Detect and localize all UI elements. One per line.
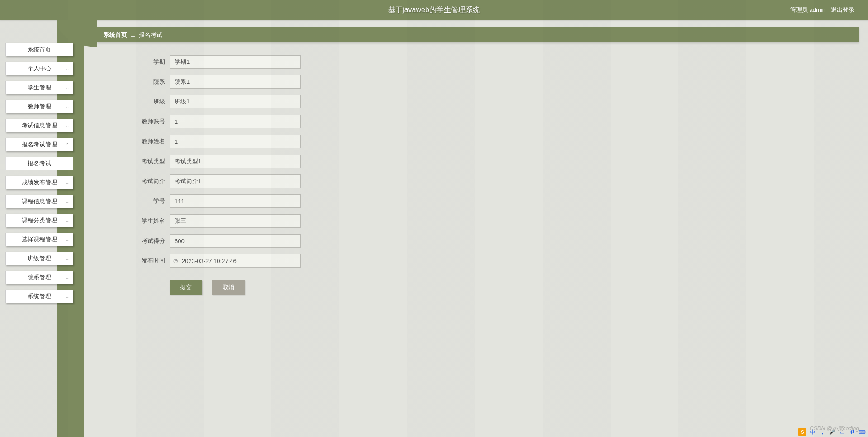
chevron-down-icon: ⌄ xyxy=(66,199,69,204)
sidebar-item-label: 报名考试管理 xyxy=(22,141,57,149)
form-row-teacher-acct: 教师账号 xyxy=(133,115,823,128)
form-row-semester: 学期 xyxy=(133,55,823,69)
sidebar-item-exam-info-mgmt[interactable]: 考试信息管理 ⌄ xyxy=(5,119,73,132)
class-input[interactable] xyxy=(170,95,301,108)
form-row-student-id: 学号 xyxy=(133,194,823,208)
form-area: 学期 院系 班级 教师账号 教师姓名 考试类型 xyxy=(97,42,859,307)
cancel-button[interactable]: 取消 xyxy=(212,280,245,295)
sidebar-item-label: 院系管理 xyxy=(28,273,51,282)
chevron-down-icon: ⌄ xyxy=(66,104,69,109)
chevron-down-icon: ⌄ xyxy=(66,85,69,90)
form-label: 考试得分 xyxy=(133,237,165,245)
student-name-input[interactable] xyxy=(170,214,301,228)
chevron-down-icon: ⌄ xyxy=(66,123,69,128)
sidebar-item-label: 教师管理 xyxy=(28,103,51,111)
sidebar-item-home[interactable]: 系统首页 xyxy=(5,43,73,56)
chevron-down-icon: ⌄ xyxy=(66,218,69,223)
tray-cn-icon[interactable]: 中 xyxy=(808,428,816,436)
exam-type-input[interactable] xyxy=(170,155,301,168)
app-title: 基于javaweb的学生管理系统 xyxy=(388,5,480,15)
form-row-exam-intro: 考试简介 xyxy=(133,174,823,188)
tray-mic-icon[interactable]: 🎤 xyxy=(828,428,836,436)
breadcrumb: 系统首页 ☰ 报名考试 xyxy=(97,27,859,42)
form-row-class: 班级 xyxy=(133,95,823,108)
sidebar-item-exam-register-mgmt[interactable]: 报名考试管理 ⌃ xyxy=(5,138,73,151)
sidebar-item-label: 课程分类管理 xyxy=(22,216,57,225)
sidebar-item-department-mgmt[interactable]: 院系管理 ⌄ xyxy=(5,271,73,284)
form-label: 学期 xyxy=(133,58,165,66)
sidebar-item-label: 系统首页 xyxy=(28,46,51,54)
sidebar-item-label: 学生管理 xyxy=(28,84,51,92)
sidebar-item-system-mgmt[interactable]: 系统管理 ⌄ xyxy=(5,290,73,303)
form-label: 发布时间 xyxy=(133,257,165,265)
chevron-down-icon: ⌄ xyxy=(66,294,69,299)
ime-tray: S 中 ， 🎤 ▭ 🛠 ⌨ xyxy=(798,428,866,436)
tray-punct-icon[interactable]: ， xyxy=(818,428,826,436)
form-label: 学生姓名 xyxy=(133,217,165,225)
form-row-student-name: 学生姓名 xyxy=(133,214,823,228)
form-label: 教师姓名 xyxy=(133,137,165,146)
sidebar-item-label: 选择课程管理 xyxy=(22,235,57,244)
submit-button[interactable]: 提交 xyxy=(170,280,202,295)
form-label: 教师账号 xyxy=(133,117,165,126)
sidebar-item-exam-register[interactable]: 报名考试 xyxy=(5,157,73,170)
app-root: 基于javaweb的学生管理系统 管理员 admin 退出登录 系统首页 个人中… xyxy=(0,0,868,437)
sidebar-item-course-info-mgmt[interactable]: 课程信息管理 ⌄ xyxy=(5,195,73,208)
tray-keyboard-icon[interactable]: ⌨ xyxy=(858,428,866,436)
sidebar-item-label: 成绩发布管理 xyxy=(22,179,57,187)
sidebar-item-label: 班级管理 xyxy=(28,254,51,263)
form-row-exam-score: 考试得分 xyxy=(133,234,823,248)
sidebar-item-label: 课程信息管理 xyxy=(22,197,57,206)
breadcrumb-separator-icon: ☰ xyxy=(131,32,135,38)
tray-window-icon[interactable]: ▭ xyxy=(838,428,846,436)
sidebar-item-label: 系统管理 xyxy=(28,292,51,301)
exam-intro-input[interactable] xyxy=(170,174,301,188)
sidebar-item-label: 个人中心 xyxy=(28,65,51,73)
form-label: 考试类型 xyxy=(133,157,165,165)
form-row-teacher-name: 教师姓名 xyxy=(133,135,823,148)
sidebar-item-label: 报名考试 xyxy=(28,160,51,168)
header-right: 管理员 admin 退出登录 xyxy=(790,0,854,20)
chevron-down-icon: ⌄ xyxy=(66,180,69,185)
tray-sogou-icon[interactable]: S xyxy=(798,428,806,436)
main-content: 系统首页 ☰ 报名考试 学期 院系 班级 教师账号 教师姓名 xyxy=(97,27,859,432)
sidebar-item-profile[interactable]: 个人中心 ⌄ xyxy=(5,62,73,75)
student-id-input[interactable] xyxy=(170,194,301,208)
chevron-down-icon: ⌄ xyxy=(66,256,69,261)
semester-input[interactable] xyxy=(170,55,301,69)
exam-score-input[interactable] xyxy=(170,234,301,248)
sidebar-item-course-select-mgmt[interactable]: 选择课程管理 ⌄ xyxy=(5,233,73,246)
chevron-down-icon: ⌄ xyxy=(66,275,69,280)
tray-tool-icon[interactable]: 🛠 xyxy=(848,428,856,436)
form-label: 班级 xyxy=(133,98,165,106)
form-label: 院系 xyxy=(133,78,165,86)
header-bar: 基于javaweb的学生管理系统 管理员 admin 退出登录 xyxy=(0,0,868,20)
sidebar-item-label: 考试信息管理 xyxy=(22,122,57,130)
teacher-name-input[interactable] xyxy=(170,135,301,148)
logout-link[interactable]: 退出登录 xyxy=(831,6,854,14)
form-row-department: 院系 xyxy=(133,75,823,89)
department-input[interactable] xyxy=(170,75,301,89)
form-label: 学号 xyxy=(133,197,165,205)
sidebar-item-course-category-mgmt[interactable]: 课程分类管理 ⌄ xyxy=(5,214,73,227)
form-row-publish-time: 发布时间 ◔ xyxy=(133,254,823,268)
current-user-label[interactable]: 管理员 admin xyxy=(790,6,825,14)
form-label: 考试简介 xyxy=(133,177,165,185)
chevron-down-icon: ⌄ xyxy=(66,66,69,71)
chevron-up-icon: ⌃ xyxy=(66,142,69,147)
sidebar-item-grade-publish-mgmt[interactable]: 成绩发布管理 ⌄ xyxy=(5,176,73,189)
sidebar-item-class-mgmt[interactable]: 班级管理 ⌄ xyxy=(5,252,73,265)
sidebar-item-student-mgmt[interactable]: 学生管理 ⌄ xyxy=(5,81,73,94)
teacher-account-input[interactable] xyxy=(170,115,301,128)
date-input-wrapper: ◔ xyxy=(170,254,301,268)
publish-time-input[interactable] xyxy=(170,254,301,268)
form-row-exam-type: 考试类型 xyxy=(133,155,823,168)
breadcrumb-home[interactable]: 系统首页 xyxy=(104,31,127,39)
sidebar-item-teacher-mgmt[interactable]: 教师管理 ⌄ xyxy=(5,100,73,113)
form-button-row: 提交 取消 xyxy=(170,280,823,295)
sidebar: 系统首页 个人中心 ⌄ 学生管理 ⌄ 教师管理 ⌄ 考试信息管理 ⌄ 报名考试管… xyxy=(5,43,73,303)
chevron-down-icon: ⌄ xyxy=(66,237,69,242)
breadcrumb-current: 报名考试 xyxy=(139,31,162,39)
